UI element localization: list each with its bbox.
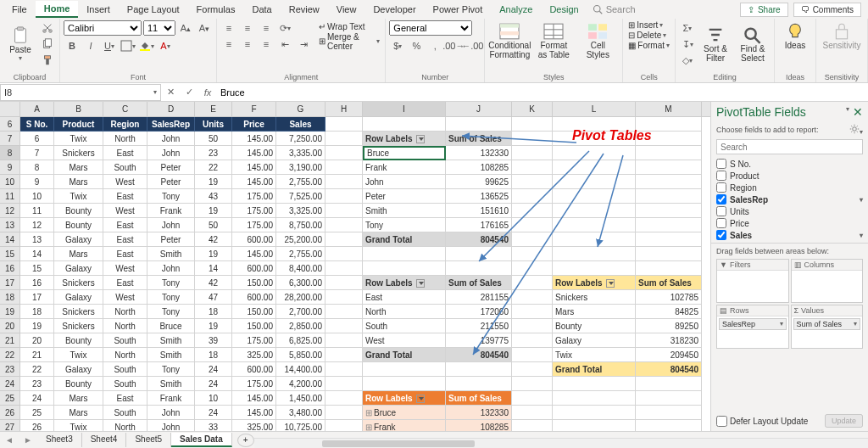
- wrap-text-button[interactable]: ↵Wrap Text: [317, 22, 381, 31]
- border-button[interactable]: ▾: [120, 38, 136, 53]
- pane-dropdown-icon[interactable]: ▾: [846, 105, 849, 119]
- tab-developer[interactable]: Developer: [364, 2, 424, 17]
- col-header-M[interactable]: M: [636, 102, 702, 116]
- ribbon-search[interactable]: Search: [593, 4, 636, 14]
- font-name-select[interactable]: Calibri: [64, 20, 142, 36]
- update-button[interactable]: Update: [825, 414, 863, 428]
- col-header-L[interactable]: L: [553, 102, 636, 116]
- underline-button[interactable]: U▾: [101, 38, 118, 53]
- paste-button[interactable]: Paste▾: [3, 25, 37, 64]
- increase-font-button[interactable]: A▴: [177, 20, 194, 36]
- sheet-nav-next[interactable]: ►: [19, 435, 37, 445]
- format-cells-button[interactable]: ▦Format▾: [626, 41, 671, 50]
- sheet-grid[interactable]: 6S No.ProductRegionSalesRepUnitsPriceSal…: [0, 117, 710, 431]
- sheet-tab-sheet3[interactable]: Sheet3: [37, 433, 82, 447]
- find-select-button[interactable]: Find & Select: [735, 24, 771, 64]
- fx-button[interactable]: fx: [198, 87, 217, 98]
- tab-formulas[interactable]: Formulas: [188, 2, 244, 17]
- area-filters[interactable]: ▼Filters: [716, 259, 789, 303]
- fill-color-button[interactable]: ▾: [138, 38, 155, 53]
- comments-button[interactable]: 🗨Comments: [793, 3, 861, 17]
- sensitivity-button[interactable]: Sensitivity: [820, 20, 864, 52]
- col-header-D[interactable]: D: [147, 102, 195, 116]
- horizontal-scrollbar[interactable]: [254, 438, 868, 448]
- tab-design[interactable]: Design: [541, 2, 587, 17]
- col-header-C[interactable]: C: [103, 102, 147, 116]
- cell-styles-button[interactable]: Cell Styles: [576, 20, 619, 61]
- align-middle-button[interactable]: ≡: [239, 20, 256, 36]
- sort-filter-button[interactable]: Sort & Filter: [698, 24, 733, 64]
- sheet-tab-sales-data[interactable]: Sales Data: [171, 433, 232, 447]
- tab-review[interactable]: Review: [281, 2, 328, 17]
- field-s-no-[interactable]: S No.: [716, 158, 863, 170]
- cut-button[interactable]: [39, 20, 56, 36]
- col-header-H[interactable]: H: [326, 102, 363, 116]
- field-sales[interactable]: Sales▾: [716, 229, 863, 241]
- conditional-formatting-button[interactable]: Conditional Formatting: [488, 20, 531, 61]
- field-price[interactable]: Price: [716, 217, 863, 229]
- col-header-I[interactable]: I: [363, 102, 446, 116]
- col-header-A[interactable]: A: [20, 102, 54, 116]
- format-painter-button[interactable]: [39, 53, 56, 68]
- align-left-button[interactable]: ≡: [220, 36, 237, 52]
- name-box[interactable]: I8▾: [0, 84, 161, 101]
- tab-view[interactable]: View: [328, 2, 365, 17]
- formula-input[interactable]: [217, 85, 868, 100]
- copy-button[interactable]: [39, 36, 56, 52]
- col-header-G[interactable]: G: [276, 102, 326, 116]
- merge-center-button[interactable]: ⊞Merge & Center▾: [317, 32, 381, 51]
- sheet-tab-sheet4[interactable]: Sheet4: [82, 433, 127, 447]
- ideas-button[interactable]: Ideas: [778, 20, 812, 52]
- fill-button[interactable]: ↧▾: [679, 36, 696, 52]
- tab-page-layout[interactable]: Page Layout: [119, 2, 188, 17]
- field-product[interactable]: Product: [716, 170, 863, 182]
- bold-button[interactable]: B: [64, 38, 81, 53]
- area-values[interactable]: ΣValuesSum of Sales▾: [791, 305, 864, 349]
- comma-format-button[interactable]: ,: [426, 38, 443, 53]
- col-header-E[interactable]: E: [195, 102, 232, 116]
- enter-formula-button[interactable]: ✓: [180, 87, 198, 98]
- decrease-font-button[interactable]: A▾: [196, 20, 213, 36]
- cancel-formula-button[interactable]: ✕: [161, 87, 180, 98]
- align-bottom-button[interactable]: ≡: [258, 20, 275, 36]
- pane-settings-button[interactable]: ▾: [849, 124, 863, 136]
- orientation-button[interactable]: ⟳▾: [276, 20, 293, 36]
- clear-button[interactable]: ◇▾: [679, 53, 696, 68]
- add-sheet-button[interactable]: +: [237, 434, 254, 447]
- number-format-select[interactable]: General: [389, 20, 472, 36]
- font-size-select[interactable]: 11: [143, 20, 175, 36]
- font-color-button[interactable]: A▾: [157, 38, 174, 53]
- field-region[interactable]: Region: [716, 182, 863, 193]
- fields-search-input[interactable]: [716, 139, 863, 154]
- pane-close-button[interactable]: ✕: [853, 105, 863, 119]
- col-header-B[interactable]: B: [54, 102, 103, 116]
- field-units[interactable]: Units: [716, 205, 863, 217]
- col-header-J[interactable]: J: [446, 102, 512, 116]
- tab-analyze[interactable]: Analyze: [491, 2, 541, 17]
- area-rows[interactable]: ▤RowsSalesRep▾: [716, 305, 789, 349]
- italic-button[interactable]: I: [82, 38, 99, 53]
- col-header-K[interactable]: K: [512, 102, 553, 116]
- align-top-button[interactable]: ≡: [220, 20, 237, 36]
- tab-data[interactable]: Data: [243, 2, 280, 17]
- decrease-decimal-button[interactable]: ←.00: [464, 38, 481, 53]
- defer-update-checkbox[interactable]: Defer Layout Update: [716, 416, 808, 427]
- value-field-item[interactable]: Sum of Sales▾: [793, 318, 861, 330]
- increase-decimal-button[interactable]: .00→: [445, 38, 462, 53]
- tab-power-pivot[interactable]: Power Pivot: [425, 2, 492, 17]
- sheet-nav-prev[interactable]: ◄: [0, 435, 19, 445]
- align-right-button[interactable]: ≡: [258, 36, 275, 52]
- insert-cells-button[interactable]: ⊞Insert▾: [626, 20, 671, 30]
- delete-cells-button[interactable]: ⊟Delete▾: [626, 31, 671, 40]
- field-salesrep[interactable]: SalesRep▾: [716, 193, 863, 205]
- autosum-button[interactable]: Σ▾: [679, 20, 696, 36]
- tab-file[interactable]: File: [3, 2, 36, 17]
- tab-home[interactable]: Home: [36, 1, 79, 18]
- sheet-tab-sheet5[interactable]: Sheet5: [126, 433, 171, 447]
- tab-insert[interactable]: Insert: [78, 2, 119, 17]
- col-header-F[interactable]: F: [232, 102, 276, 116]
- align-center-button[interactable]: ≡: [239, 36, 256, 52]
- area-columns[interactable]: ▥Columns: [791, 259, 864, 303]
- decrease-indent-button[interactable]: ⇤: [276, 36, 293, 52]
- row-field-item[interactable]: SalesRep▾: [719, 318, 787, 330]
